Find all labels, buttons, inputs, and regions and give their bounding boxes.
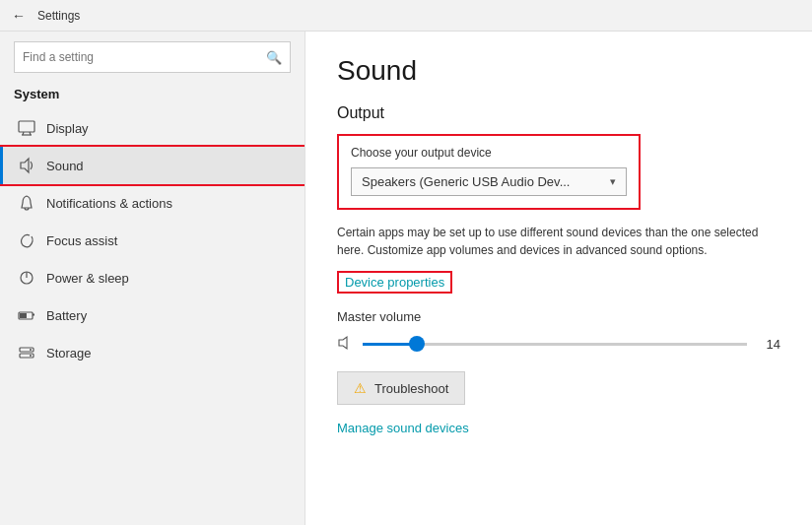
sidebar-item-battery[interactable]: Battery <box>0 296 304 334</box>
slider-thumb[interactable] <box>409 336 425 352</box>
title-bar: ← Settings <box>0 0 812 32</box>
sidebar-item-power-sleep[interactable]: Power & sleep <box>0 259 304 296</box>
output-device-box: Choose your output device Speakers (Gene… <box>337 134 641 210</box>
master-volume-label: Master volume <box>337 309 780 324</box>
sidebar-label-sound: Sound <box>46 159 84 173</box>
sidebar-label-notifications: Notifications & actions <box>46 196 172 211</box>
content-area: Sound Output Choose your output device S… <box>305 32 812 525</box>
notifications-icon <box>17 194 36 212</box>
sidebar: 🔍 System Display Sound <box>0 32 305 525</box>
search-input[interactable] <box>23 50 266 64</box>
volume-value: 14 <box>757 337 780 352</box>
sidebar-item-notifications[interactable]: Notifications & actions <box>0 184 304 222</box>
sidebar-section-title: System <box>0 83 304 109</box>
power-sleep-icon <box>17 269 36 287</box>
volume-slider-container[interactable] <box>363 334 747 354</box>
svg-point-13 <box>30 355 32 357</box>
sidebar-item-storage[interactable]: Storage <box>0 334 304 371</box>
sidebar-item-focus-assist[interactable]: Focus assist <box>0 222 304 259</box>
back-button[interactable]: ← <box>12 8 26 24</box>
device-select-value: Speakers (Generic USB Audio Dev... <box>362 174 602 189</box>
sidebar-label-display: Display <box>46 121 89 136</box>
display-icon <box>17 119 36 137</box>
sidebar-item-sound[interactable]: Sound <box>0 147 304 184</box>
sidebar-item-display[interactable]: Display <box>0 109 304 147</box>
warning-icon: ⚠ <box>354 380 367 396</box>
focus-assist-icon <box>17 231 36 249</box>
volume-icon <box>337 335 353 354</box>
search-box-container: 🔍 <box>0 32 304 83</box>
svg-marker-4 <box>21 159 29 172</box>
sidebar-label-focus-assist: Focus assist <box>46 233 117 248</box>
sidebar-label-storage: Storage <box>46 346 92 361</box>
device-label: Choose your output device <box>351 146 627 160</box>
main-container: 🔍 System Display Sound <box>0 32 812 525</box>
sidebar-label-battery: Battery <box>46 308 87 323</box>
output-section-title: Output <box>337 104 780 122</box>
svg-rect-0 <box>19 121 34 132</box>
dropdown-arrow-icon: ▾ <box>610 175 616 188</box>
battery-icon <box>17 306 36 324</box>
device-properties-link[interactable]: Device properties <box>337 271 452 294</box>
troubleshoot-label: Troubleshoot <box>374 381 448 396</box>
troubleshoot-button[interactable]: ⚠ Troubleshoot <box>337 371 465 405</box>
search-box[interactable]: 🔍 <box>14 41 291 73</box>
storage-icon <box>17 344 36 361</box>
svg-rect-9 <box>20 313 27 318</box>
title-bar-title: Settings <box>37 9 80 23</box>
page-title: Sound <box>337 55 780 87</box>
svg-marker-14 <box>339 337 347 349</box>
info-text: Certain apps may be set up to use differ… <box>337 224 771 259</box>
manage-sound-link[interactable]: Manage sound devices <box>337 421 469 435</box>
volume-row: 14 <box>337 334 780 354</box>
device-select-dropdown[interactable]: Speakers (Generic USB Audio Dev... ▾ <box>351 167 627 196</box>
sidebar-label-power-sleep: Power & sleep <box>46 271 129 286</box>
svg-point-12 <box>30 349 32 351</box>
sound-icon <box>17 157 36 174</box>
search-icon: 🔍 <box>266 50 282 65</box>
